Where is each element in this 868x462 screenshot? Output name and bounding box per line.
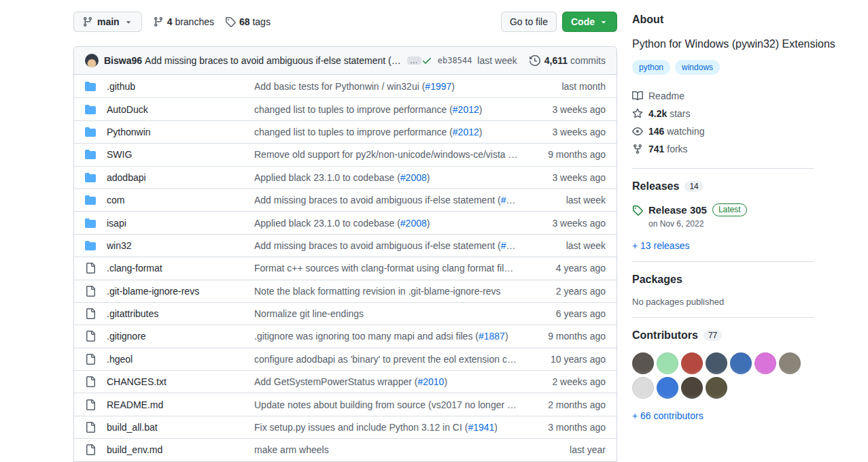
file-commit-date: last month — [530, 81, 606, 92]
file-name-link[interactable]: CHANGES.txt — [107, 376, 254, 387]
pr-link[interactable]: #1887 — [479, 331, 505, 342]
contributors-title: Contributors — [632, 329, 698, 342]
table-row: build_all.bat Fix setup.py issues and in… — [74, 416, 617, 438]
table-row: build_env.md make arm wheels last year — [74, 438, 617, 461]
more-contributors-link[interactable]: + 66 contributors — [632, 410, 704, 421]
folder-icon — [85, 218, 96, 229]
more-releases-link[interactable]: + 13 releases — [632, 240, 689, 251]
file-commit-message[interactable]: Format c++ sources with clang-format usi… — [254, 263, 530, 274]
file-name-link[interactable]: build_all.bat — [107, 422, 254, 433]
branch-selector-button[interactable]: main — [73, 12, 142, 32]
pr-link[interactable]: #2012 — [453, 127, 479, 137]
latest-release-item[interactable]: Release 305 Latest on Nov 6, 2022 — [632, 203, 814, 229]
file-name-link[interactable]: .gitignore — [107, 331, 254, 342]
contributor-avatar[interactable] — [632, 377, 654, 399]
pr-link[interactable]: #2008 — [400, 172, 427, 183]
file-commit-message[interactable]: Fix setup.py issues and include Python 3… — [254, 422, 530, 433]
commit-author-avatar[interactable] — [85, 54, 99, 67]
file-name-link[interactable]: README.md — [107, 399, 254, 410]
pr-link[interactable]: #1941 — [468, 422, 494, 433]
file-name-link[interactable]: win32 — [107, 240, 254, 251]
contributor-avatar[interactable] — [681, 352, 703, 374]
file-name-link[interactable]: SWIG — [107, 149, 254, 160]
stars-link[interactable]: 4.2k stars — [632, 105, 814, 122]
pr-link[interactable]: #2018 — [501, 240, 527, 251]
contributors-heading[interactable]: Contributors 77 — [632, 329, 814, 342]
commit-meta: eb38544 last week 4,611 commits — [421, 55, 606, 66]
git-branch-icon — [153, 16, 164, 27]
file-commit-message[interactable]: Applied black 23.1.0 to codebase (#2008) — [254, 218, 530, 229]
file-name-link[interactable]: .clang-format — [107, 263, 254, 274]
contributor-avatar[interactable] — [657, 377, 678, 399]
file-name-link[interactable]: .github — [107, 81, 254, 92]
chevron-down-icon — [124, 17, 133, 27]
contributor-avatar[interactable] — [706, 377, 727, 399]
history-icon — [530, 55, 540, 66]
pr-link[interactable]: #1874 — [511, 149, 530, 160]
table-row: isapi Applied black 23.1.0 to codebase (… — [74, 211, 617, 233]
commit-author-link[interactable]: Biswa96 — [104, 55, 142, 66]
commit-history-link[interactable]: 4,611 commits — [530, 55, 606, 66]
file-commit-message[interactable]: Remove old support for py2k/non-unicode/… — [254, 149, 530, 160]
topic-pill-windows[interactable]: windows — [675, 60, 720, 75]
pr-link[interactable]: #2012 — [453, 104, 479, 115]
file-name-link[interactable]: isapi — [107, 218, 254, 229]
file-commit-date: 2 years ago — [530, 286, 606, 297]
watching-link[interactable]: 146 watching — [632, 122, 814, 140]
readme-link[interactable]: Readme — [632, 87, 814, 105]
tags-link[interactable]: 68 tags — [225, 16, 271, 27]
topic-pill-python[interactable]: python — [632, 60, 670, 75]
file-commit-message[interactable]: Normalize git line-endings — [254, 308, 530, 319]
pr-link[interactable]: #2018 — [501, 195, 527, 205]
branches-link[interactable]: 4 branches — [153, 16, 214, 27]
file-commit-message[interactable]: changed list to tuples to improve perfor… — [254, 127, 530, 137]
table-row: README.md Update notes about building fr… — [74, 393, 617, 415]
file-commit-message[interactable]: Add basic tests for Pythonwin / win32ui … — [254, 81, 530, 92]
file-name-link[interactable]: .gitattributes — [107, 308, 254, 319]
tags-label: tags — [252, 16, 270, 27]
file-commit-message[interactable]: changed list to tuples to improve perfor… — [254, 104, 530, 115]
go-to-file-button[interactable]: Go to file — [501, 12, 557, 32]
commit-sha-link[interactable]: eb38544 — [438, 56, 472, 65]
file-name-link[interactable]: adodbapi — [107, 172, 254, 183]
file-commit-message[interactable]: Add GetSystemPowerStatus wrapper (#2010) — [254, 376, 530, 387]
pr-link[interactable]: #2008 — [400, 218, 427, 229]
commits-count: 4,611 — [544, 55, 568, 66]
folder-icon — [85, 81, 96, 92]
contributor-avatar[interactable] — [779, 352, 801, 374]
file-commit-message[interactable]: Update notes about building from source … — [254, 399, 530, 410]
contributor-avatar[interactable] — [657, 352, 678, 374]
contributor-avatar[interactable] — [754, 352, 776, 374]
file-commit-message[interactable]: Note the black formatting revision in .g… — [254, 286, 530, 297]
forks-link[interactable]: 741 forks — [632, 140, 814, 158]
releases-heading[interactable]: Releases 14 — [632, 180, 814, 193]
contributor-avatar[interactable] — [706, 352, 727, 374]
file-name-link[interactable]: AutoDuck — [107, 104, 254, 115]
file-name-link[interactable]: build_env.md — [107, 444, 254, 455]
file-commit-date: 6 years ago — [530, 308, 606, 319]
table-row: Pythonwin changed list to tuples to impr… — [74, 120, 617, 143]
stars-count: 4.2k — [648, 108, 667, 119]
file-commit-message[interactable]: make arm wheels — [254, 444, 530, 455]
commit-message[interactable]: Add missing braces to avoid ambiguous if… — [145, 55, 402, 66]
code-button[interactable]: Code — [562, 12, 617, 32]
contributor-avatar[interactable] — [681, 377, 703, 399]
table-row: SWIG Remove old support for py2k/non-uni… — [74, 143, 617, 165]
file-commit-date: 9 months ago — [530, 149, 606, 160]
file-commit-message[interactable]: Add missing braces to avoid ambiguous if… — [254, 195, 530, 205]
contributor-avatar[interactable] — [632, 352, 654, 374]
commits-label: commits — [570, 55, 606, 66]
file-name-link[interactable]: Pythonwin — [107, 127, 254, 137]
file-commit-message[interactable]: Add missing braces to avoid ambiguous if… — [254, 240, 530, 251]
pr-link[interactable]: #1997 — [425, 81, 451, 92]
file-name-link[interactable]: .git-blame-ignore-revs — [107, 286, 254, 297]
file-name-link[interactable]: com — [107, 195, 254, 205]
file-commit-message[interactable]: .gitignore was ignoring too many mapi an… — [254, 331, 530, 342]
forks-label: forks — [667, 144, 687, 154]
file-name-link[interactable]: .hgeol — [107, 354, 254, 365]
pr-link[interactable]: #2010 — [417, 376, 444, 387]
contributor-avatar[interactable] — [730, 352, 752, 374]
file-commit-message[interactable]: configure adodbapi as 'binary' to preven… — [254, 354, 530, 365]
commit-ellipsis-button[interactable]: … — [407, 56, 421, 65]
file-commit-message[interactable]: Applied black 23.1.0 to codebase (#2008) — [254, 172, 530, 183]
